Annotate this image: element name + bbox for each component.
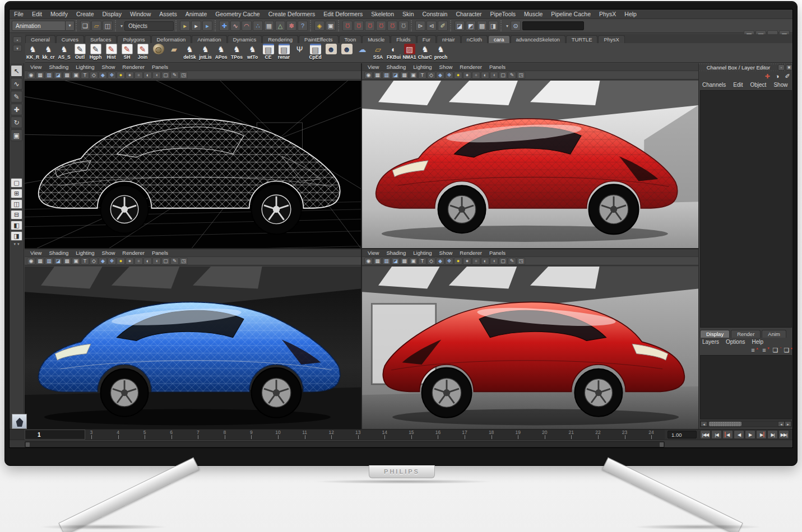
scroll-right-icon-0[interactable]: ◂ bbox=[778, 421, 785, 427]
menu-set-value[interactable]: Animation bbox=[12, 21, 66, 31]
menu-edit[interactable]: Edit bbox=[32, 11, 42, 17]
close-panel-icon[interactable]: ✖ bbox=[786, 64, 792, 71]
isolate-select-icon[interactable]: ▢ bbox=[161, 72, 170, 79]
new-layer-from-selected-icon[interactable]: ❏● bbox=[782, 346, 791, 354]
play-forwards-button[interactable]: ▶ bbox=[745, 430, 755, 439]
search-icon[interactable]: ⊙ bbox=[511, 21, 521, 31]
viewport-menu-renderer[interactable]: Renderer bbox=[460, 250, 482, 256]
shelf-item-delSk[interactable]: ♞delSk bbox=[182, 44, 197, 60]
textured-mode-icon[interactable]: ❖ bbox=[108, 258, 116, 265]
shelf-tab-toon[interactable]: Toon bbox=[339, 35, 362, 43]
panel-title-bar[interactable]: Channel Box / Layer Editor ▫✖ bbox=[699, 63, 793, 71]
lock-selection-icon[interactable]: ◈ bbox=[314, 21, 324, 31]
frame-11[interactable]: 11 bbox=[291, 430, 318, 440]
use-all-lights-icon[interactable]: ● bbox=[454, 72, 462, 79]
shelf-tab-surfaces[interactable]: Surfaces bbox=[85, 35, 117, 43]
frame-15[interactable]: 15 bbox=[398, 430, 425, 440]
mask-lattice-icon[interactable]: ▦ bbox=[264, 21, 274, 31]
viewport-menu-lighting[interactable]: Lighting bbox=[413, 64, 432, 70]
menu-geometry-cache[interactable]: Geometry Cache bbox=[215, 11, 259, 17]
viewport-canvas[interactable] bbox=[25, 81, 361, 248]
frame-7[interactable]: 7 bbox=[184, 430, 211, 440]
viewport-menu-view[interactable]: View bbox=[30, 250, 41, 256]
viewport-menu-lighting[interactable]: Lighting bbox=[413, 250, 432, 256]
lasso-select-tool[interactable]: ∿ bbox=[11, 78, 22, 90]
frame-20[interactable]: 20 bbox=[531, 430, 558, 440]
shelf-tab-fur[interactable]: Fur bbox=[417, 35, 436, 43]
shadows-icon[interactable]: ● bbox=[463, 72, 471, 79]
shelf-item-CpEd[interactable]: ▤CpEd bbox=[308, 44, 323, 60]
film-gate-icon[interactable]: ▦ bbox=[373, 72, 382, 79]
render-settings-icon[interactable]: ▩ bbox=[477, 21, 487, 31]
motion-blur-icon[interactable]: ◐ bbox=[481, 72, 489, 79]
picker-pencil-icon[interactable]: ✐ bbox=[783, 72, 792, 81]
frame-6[interactable]: 6 bbox=[158, 430, 185, 440]
channel-box-menu-show[interactable]: Show bbox=[773, 82, 787, 88]
shelf-tab-physx[interactable]: PhysX bbox=[598, 35, 624, 43]
shelf-tab-rendering[interactable]: Rendering bbox=[262, 35, 298, 43]
shelf-tab-painteffects[interactable]: PaintEffects bbox=[299, 35, 339, 43]
scroll-right-icon-1[interactable]: ▸ bbox=[785, 421, 791, 427]
shelf-item-SSA[interactable]: ▱SSA bbox=[370, 44, 386, 60]
corner-thumbnail-icon[interactable] bbox=[12, 414, 27, 429]
isolate-select-icon[interactable]: ▢ bbox=[161, 258, 170, 265]
safe-title-icon[interactable]: T bbox=[418, 258, 427, 265]
gate-mask-icon[interactable]: ◪ bbox=[391, 72, 400, 79]
render-current-frame-icon[interactable]: ◪ bbox=[455, 21, 465, 31]
play-backwards-button[interactable]: ◀ bbox=[734, 430, 744, 439]
viewport-menu-renderer[interactable]: Renderer bbox=[122, 250, 145, 256]
shelf-switch-icon[interactable]: ▪ bbox=[13, 36, 22, 43]
menu-set-selector[interactable]: Animation ▾ bbox=[12, 21, 75, 31]
viewport-menu-panels[interactable]: Panels bbox=[489, 64, 506, 70]
mask-surfaces-icon[interactable]: △ bbox=[275, 21, 285, 31]
shelf-item-icon-19[interactable]: ☻ bbox=[323, 44, 339, 54]
motion-blur-icon[interactable]: ◐ bbox=[481, 258, 489, 265]
mask-handles-icon[interactable]: ✚ bbox=[219, 21, 229, 31]
film-gate-icon[interactable]: ▦ bbox=[373, 258, 382, 265]
viewport-menu-view[interactable]: View bbox=[368, 64, 379, 70]
mask-dynamics-icon[interactable]: ✽ bbox=[286, 21, 296, 31]
layout-single-pane[interactable]: ▢ bbox=[11, 178, 22, 188]
save-scene-icon[interactable]: ◫ bbox=[103, 21, 113, 31]
grease-pencil-icon[interactable]: ✎ bbox=[170, 72, 179, 79]
frame-17[interactable]: 17 bbox=[451, 430, 478, 440]
highlight-selection-icon[interactable]: ▣ bbox=[326, 21, 336, 31]
shelf-item-Join[interactable]: ✎Join bbox=[135, 44, 150, 60]
mask-misc-icon[interactable]: ? bbox=[298, 21, 308, 31]
channel-box-menu-channels[interactable]: Channels bbox=[702, 82, 726, 88]
layer-editor-scrollbar[interactable]: ◂◂▸ bbox=[700, 421, 792, 427]
shelf-tab-dynamics[interactable]: Dynamics bbox=[228, 35, 262, 43]
frame-22[interactable]: 22 bbox=[585, 430, 611, 440]
frame-23[interactable]: 23 bbox=[611, 430, 638, 440]
use-all-lights-icon[interactable]: ● bbox=[454, 258, 462, 265]
shelf-item-icon-21[interactable]: ☁ bbox=[355, 44, 370, 54]
shelf-tab-advancedskeleton[interactable]: advancedSkeleton bbox=[511, 35, 565, 43]
shelf-tab-deformation[interactable]: Deformation bbox=[151, 35, 192, 43]
time-slider[interactable]: 123456789101112131415161718192021222324 … bbox=[10, 429, 792, 440]
menu-create[interactable]: Create bbox=[76, 11, 94, 17]
shelf-item-AS_S[interactable]: ♞AS_S bbox=[57, 44, 72, 60]
ipr-render-icon[interactable]: ◩ bbox=[466, 21, 476, 31]
shelf-item-icon-8[interactable]: ◍ bbox=[151, 44, 166, 54]
current-frame-marker[interactable]: 1 bbox=[25, 430, 85, 440]
frame-13[interactable]: 13 bbox=[345, 430, 372, 440]
safe-title-icon[interactable]: T bbox=[418, 72, 427, 79]
shelf-tab-ncloth[interactable]: nCloth bbox=[461, 35, 488, 43]
menu-physx[interactable]: PhysX bbox=[599, 11, 616, 17]
film-gate-icon[interactable]: ▦ bbox=[36, 258, 44, 265]
frame-14[interactable]: 14 bbox=[372, 430, 398, 440]
snapshot-icon[interactable]: ◳ bbox=[179, 258, 188, 265]
playback-speed-field[interactable]: 1.00 bbox=[667, 431, 697, 438]
menu-modify[interactable]: Modify bbox=[50, 11, 68, 17]
step-forward-key-button[interactable]: ▶ bbox=[756, 430, 767, 439]
render-view-icon[interactable]: ◨ bbox=[488, 21, 498, 31]
move-layer-up-icon[interactable]: ≡▲ bbox=[748, 346, 758, 354]
ambient-occlusion-icon[interactable]: ● bbox=[135, 258, 143, 265]
chevron-down-icon[interactable]: ▾ bbox=[506, 24, 508, 29]
shelf-item-CE[interactable]: ▤CE bbox=[261, 44, 276, 60]
input-connections-icon[interactable]: ⊳ bbox=[415, 21, 425, 31]
shelf-item-proch[interactable]: ♞proch bbox=[433, 44, 448, 60]
menu-edit-deformers[interactable]: Edit Deformers bbox=[323, 11, 363, 17]
layer-list-empty-area[interactable] bbox=[700, 355, 792, 419]
layer-menu-layers[interactable]: Layers bbox=[702, 339, 719, 345]
